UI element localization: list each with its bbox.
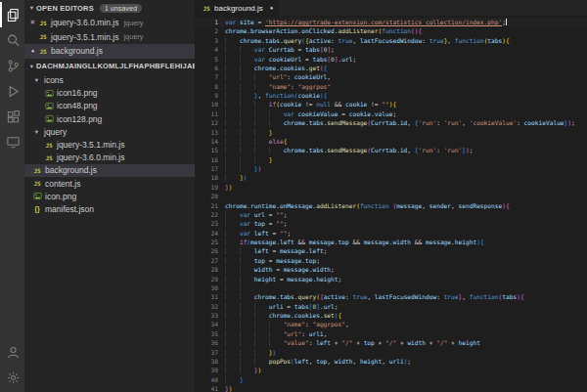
- line-number[interactable]: 22: [195, 210, 225, 219]
- code-line-27[interactable]: 27 top = message.top;: [195, 256, 587, 265]
- code-line-28[interactable]: 28 width = message.width;: [195, 265, 587, 274]
- line-number[interactable]: 39: [195, 366, 225, 374]
- code-line-4[interactable]: 4 var Currtab = tabs[0];: [195, 45, 587, 54]
- code-line-15[interactable]: 15 chrome.tabs.sendMessage(Currtab.id, {…: [195, 146, 587, 154]
- line-number[interactable]: 7: [195, 72, 225, 81]
- open-editor-item[interactable]: JSjquery-3.5.1.min.jsjquery: [24, 30, 195, 45]
- code-line-3[interactable]: 3 chrome.tabs.query({active: true, lastF…: [195, 36, 587, 45]
- code-line-38[interactable]: 38 popPos(left, top, width, height, urli…: [195, 357, 587, 366]
- tree-item-jquery[interactable]: ▾jquery: [24, 125, 195, 138]
- tree-item-jquery-3.5.1.min.js[interactable]: JSjquery-3.5.1.min.js: [24, 138, 195, 151]
- line-number[interactable]: 36: [195, 338, 225, 347]
- code-line-20[interactable]: 20: [195, 192, 587, 200]
- extensions-icon[interactable]: [0, 104, 24, 129]
- code-line-37[interactable]: 37 }): [195, 348, 587, 357]
- code-line-35[interactable]: 35 "url": urli,: [195, 329, 587, 338]
- line-number[interactable]: 18: [195, 173, 225, 182]
- line-number[interactable]: 12: [195, 118, 225, 127]
- line-number[interactable]: 34: [195, 320, 225, 328]
- code-line-8[interactable]: 8 "name": "aggrpos": [195, 82, 587, 91]
- tree-item-content.js[interactable]: JScontent.js: [24, 177, 195, 190]
- line-number[interactable]: 30: [195, 283, 225, 292]
- code-line-14[interactable]: 14 else{: [195, 137, 587, 146]
- code-line-13[interactable]: 13 }: [195, 128, 587, 137]
- code-editor[interactable]: 1var site = 'https://aggrtrade-extension…: [195, 16, 587, 392]
- manage-settings-icon[interactable]: [0, 365, 24, 390]
- code-line-29[interactable]: 29 height = message.height;: [195, 275, 587, 283]
- tree-item-icon16.png[interactable]: icon16.png: [24, 87, 195, 100]
- line-number[interactable]: 24: [195, 229, 225, 238]
- code-line-23[interactable]: 23 var top = "";: [195, 219, 587, 228]
- run-and-debug-icon[interactable]: [0, 78, 24, 104]
- code-line-11[interactable]: 11 var cookieValue = cookie.value;: [195, 109, 587, 118]
- line-number[interactable]: 38: [195, 357, 225, 366]
- tree-item-jquery-3.6.0.min.js[interactable]: JSjquery-3.6.0.min.js: [24, 152, 195, 164]
- line-number[interactable]: 35: [195, 329, 225, 338]
- line-number[interactable]: 41: [195, 384, 225, 392]
- line-number[interactable]: 26: [195, 246, 225, 255]
- open-editor-item[interactable]: ✕JSjquery-3.6.0.min.jsjquery: [24, 16, 195, 30]
- code-line-30[interactable]: 30: [195, 283, 587, 292]
- code-line-1[interactable]: 1var site = 'https://aggrtrade-extension…: [195, 18, 587, 26]
- line-number[interactable]: 9: [195, 91, 225, 100]
- code-line-31[interactable]: 31 chrome.tabs.query({active: true, last…: [195, 292, 587, 301]
- line-number[interactable]: 37: [195, 348, 225, 357]
- code-line-32[interactable]: 32 urli = tabs[0].url;: [195, 302, 587, 311]
- code-line-16[interactable]: 16 }: [195, 155, 587, 164]
- line-number[interactable]: 16: [195, 155, 225, 164]
- code-line-9[interactable]: 9 }, function(cookie){: [195, 91, 587, 100]
- line-number[interactable]: 31: [195, 292, 225, 301]
- code-line-5[interactable]: 5 var cookieUrl = tabs[0].url;: [195, 55, 587, 64]
- code-line-10[interactable]: 10 if(cookie != null && cookie != ""){: [195, 100, 587, 109]
- code-line-41[interactable]: 41}): [195, 384, 587, 392]
- open-editor-item[interactable]: ●JSbackground.js: [24, 44, 195, 59]
- line-number[interactable]: 33: [195, 311, 225, 320]
- code-line-40[interactable]: 40 }: [195, 375, 587, 384]
- line-number[interactable]: 13: [195, 128, 225, 137]
- line-number[interactable]: 23: [195, 219, 225, 228]
- line-number[interactable]: 2: [195, 26, 225, 35]
- code-line-2[interactable]: 2chrome.browserAction.onClicked.addListe…: [195, 26, 587, 35]
- line-number[interactable]: 3: [195, 36, 225, 45]
- explorer-icon[interactable]: [0, 2, 24, 27]
- code-line-36[interactable]: 36 "value": left + "/" + top + "/" + wid…: [195, 338, 587, 347]
- line-number[interactable]: 5: [195, 55, 225, 64]
- line-number[interactable]: 4: [195, 45, 225, 54]
- code-line-21[interactable]: 21chrome.runtime.onMessage.addListener(f…: [195, 201, 587, 210]
- line-number[interactable]: 10: [195, 100, 225, 109]
- line-number[interactable]: 25: [195, 238, 225, 246]
- line-number[interactable]: 32: [195, 302, 225, 311]
- code-line-12[interactable]: 12 chrome.tabs.sendMessage(Currtab.id, {…: [195, 118, 587, 127]
- code-line-6[interactable]: 6 chrome.cookies.get({: [195, 64, 587, 72]
- code-line-19[interactable]: 19}): [195, 183, 587, 192]
- tree-item-icon128.png[interactable]: icon128.png: [24, 112, 195, 125]
- line-number[interactable]: 27: [195, 256, 225, 265]
- code-line-18[interactable]: 18 }): [195, 173, 587, 182]
- remote-explorer-icon[interactable]: [0, 129, 24, 154]
- tab-background-js[interactable]: JS background.js ●: [195, 0, 280, 16]
- code-line-24[interactable]: 24 var left = "";: [195, 229, 587, 238]
- code-line-22[interactable]: 22 var url = "";: [195, 210, 587, 219]
- code-line-39[interactable]: 39 }): [195, 366, 587, 374]
- code-line-33[interactable]: 33 chrome.cookies.set({: [195, 311, 587, 320]
- tree-item-icons[interactable]: ▾icons: [24, 74, 195, 87]
- code-line-34[interactable]: 34 "name": "aggrpos",: [195, 320, 587, 328]
- tree-item-background.js[interactable]: JSbackground.js: [24, 164, 195, 177]
- close-icon[interactable]: ✕: [27, 19, 38, 26]
- tree-item-icon48.png[interactable]: icon48.png: [24, 100, 195, 112]
- code-line-26[interactable]: 26 left = message.left;: [195, 246, 587, 255]
- code-line-17[interactable]: 17 }): [195, 164, 587, 173]
- line-number[interactable]: 15: [195, 146, 225, 154]
- code-line-25[interactable]: 25 if(message.left && message.top && mes…: [195, 238, 587, 246]
- line-number[interactable]: 20: [195, 192, 225, 200]
- line-number[interactable]: 14: [195, 137, 225, 146]
- tree-item-icon.png[interactable]: icon.png: [24, 190, 195, 202]
- source-control-icon[interactable]: [0, 53, 24, 78]
- open-editors-header[interactable]: ▾ OPEN EDITORS 1 unsaved: [24, 0, 195, 16]
- folder-root-header[interactable]: ▾ DACHMJAINGLLKOMLJLFHAPHBFLEHIJAB: [24, 59, 195, 74]
- line-number[interactable]: 11: [195, 109, 225, 118]
- line-number[interactable]: 19: [195, 183, 225, 192]
- code-line-7[interactable]: 7 "url": cookieUrl,: [195, 72, 587, 81]
- tree-item-manifest.json[interactable]: {}manifest.json: [24, 202, 195, 215]
- line-number[interactable]: 17: [195, 164, 225, 173]
